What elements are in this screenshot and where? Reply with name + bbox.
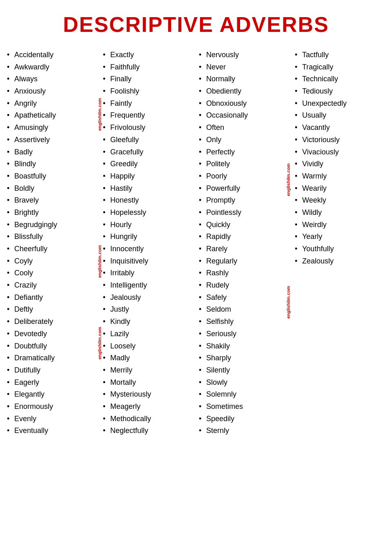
list-item: Weirdly — [294, 219, 386, 231]
list-item: Dutifully — [6, 364, 98, 377]
list-item: Rarely — [198, 243, 290, 255]
list-item: Happily — [102, 170, 194, 183]
list-item: Politely — [198, 158, 290, 170]
list-item: Usually — [294, 109, 386, 122]
list-item: Silently — [198, 364, 290, 377]
list-item: Gracefully — [102, 146, 194, 158]
list-item: Honestly — [102, 194, 194, 207]
list-item: Coyly — [6, 255, 98, 268]
list-item: Sharply — [198, 352, 290, 364]
list-item: Hopelessly — [102, 207, 194, 219]
list-item: Apathetically — [6, 109, 98, 122]
list-item: Tactfully — [294, 49, 386, 61]
column-4: TactfullyTragicallyTechnicallyTediouslyU… — [292, 49, 388, 437]
list-item: Devotedly — [6, 328, 98, 340]
list-item: Gleefully — [102, 134, 194, 146]
list-item: Tediously — [294, 85, 386, 98]
list-item: Frivolously — [102, 122, 194, 134]
list-item: Sternly — [198, 425, 290, 437]
list-item: Evenly — [6, 413, 98, 425]
list-item: Nervously — [198, 49, 290, 61]
list-item: Seriously — [198, 328, 290, 340]
list-item: Slowly — [198, 377, 290, 389]
list-item: Merrily — [102, 364, 194, 377]
list-item: Vivaciously — [294, 146, 386, 158]
list-item: Enormously — [6, 401, 98, 413]
adverb-list-1: AccidentallyAwkwardlyAlwaysAnxiouslyAngr… — [6, 49, 98, 437]
list-item: Assertively — [6, 134, 98, 146]
list-item: Irritably — [102, 267, 194, 279]
list-item: Hastily — [102, 183, 194, 195]
list-item: Wildly — [294, 207, 386, 219]
list-item: Meagerly — [102, 401, 194, 413]
list-item: Shakily — [198, 340, 290, 353]
list-item: Greedily — [102, 158, 194, 170]
list-item: Only — [198, 134, 290, 146]
list-item: Loosely — [102, 340, 194, 353]
list-item: Innocently — [102, 243, 194, 255]
list-item: Hourly — [102, 219, 194, 231]
list-item: Cooly — [6, 267, 98, 279]
list-item: Accidentally — [6, 49, 98, 61]
column-3: NervouslyNeverNormallyObedientlyObnoxiou… — [196, 49, 292, 437]
list-item: Hungrily — [102, 231, 194, 243]
list-item: Occasionally — [198, 109, 290, 122]
list-item: Blindly — [6, 158, 98, 170]
list-item: Kindly — [102, 316, 194, 328]
list-item: Foolishly — [102, 85, 194, 98]
list-item: Badly — [6, 146, 98, 158]
list-item: Rudely — [198, 279, 290, 292]
list-item: Mysteriously — [102, 388, 194, 401]
list-item: Normally — [198, 73, 290, 85]
list-item: Yearly — [294, 231, 386, 243]
column-1: AccidentallyAwkwardlyAlwaysAnxiouslyAngr… — [4, 49, 100, 437]
list-item: Never — [198, 61, 290, 74]
list-item: Unexpectedly — [294, 98, 386, 110]
list-item: Obnoxiously — [198, 98, 290, 110]
adverb-list-3: NervouslyNeverNormallyObedientlyObnoxiou… — [198, 49, 290, 437]
list-item: Selfishly — [198, 316, 290, 328]
list-item: Quickly — [198, 219, 290, 231]
list-item: Deftly — [6, 304, 98, 316]
page-title: DESCRIPTIVE ADVERBS — [4, 8, 388, 41]
list-item: Perfectly — [198, 146, 290, 158]
list-item: Crazily — [6, 279, 98, 292]
list-item: Solemnly — [198, 388, 290, 401]
list-item: Elegantly — [6, 388, 98, 401]
list-item: Wearily — [294, 183, 386, 195]
columns-container: englishilm.com englishilm.com englishilm… — [4, 49, 388, 437]
list-item: Boldly — [6, 183, 98, 195]
list-item: Always — [6, 73, 98, 85]
list-item: Bravely — [6, 194, 98, 207]
list-item: Mortally — [102, 377, 194, 389]
list-item: Madly — [102, 352, 194, 364]
list-item: Amusingly — [6, 122, 98, 134]
list-item: Intelligently — [102, 279, 194, 292]
list-item: Awkwardly — [6, 61, 98, 74]
list-item: Faithfully — [102, 61, 194, 74]
list-item: Zealously — [294, 255, 386, 268]
list-item: Obediently — [198, 85, 290, 98]
list-item: Jealously — [102, 292, 194, 304]
list-item: Rashly — [198, 267, 290, 279]
list-item: Anxiously — [6, 85, 98, 98]
list-item: Faintly — [102, 98, 194, 110]
adverb-list-4: TactfullyTragicallyTechnicallyTediouslyU… — [294, 49, 386, 267]
list-item: Promptly — [198, 194, 290, 207]
list-item: Brightly — [6, 207, 98, 219]
list-item: Angrily — [6, 98, 98, 110]
column-2: ExactlyFaithfullyFinallyFoolishlyFaintly… — [100, 49, 196, 437]
list-item: Rapidly — [198, 231, 290, 243]
list-item: Powerfully — [198, 183, 290, 195]
list-item: Victoriously — [294, 134, 386, 146]
list-item: Begrudgingly — [6, 219, 98, 231]
list-item: Speedily — [198, 413, 290, 425]
list-item: Vacantly — [294, 122, 386, 134]
list-item: Deliberately — [6, 316, 98, 328]
list-item: Neglectfully — [102, 425, 194, 437]
list-item: Tragically — [294, 61, 386, 74]
list-item: Pointlessly — [198, 207, 290, 219]
list-item: Often — [198, 122, 290, 134]
adverb-list-2: ExactlyFaithfullyFinallyFoolishlyFaintly… — [102, 49, 194, 437]
list-item: Doubtfully — [6, 340, 98, 353]
